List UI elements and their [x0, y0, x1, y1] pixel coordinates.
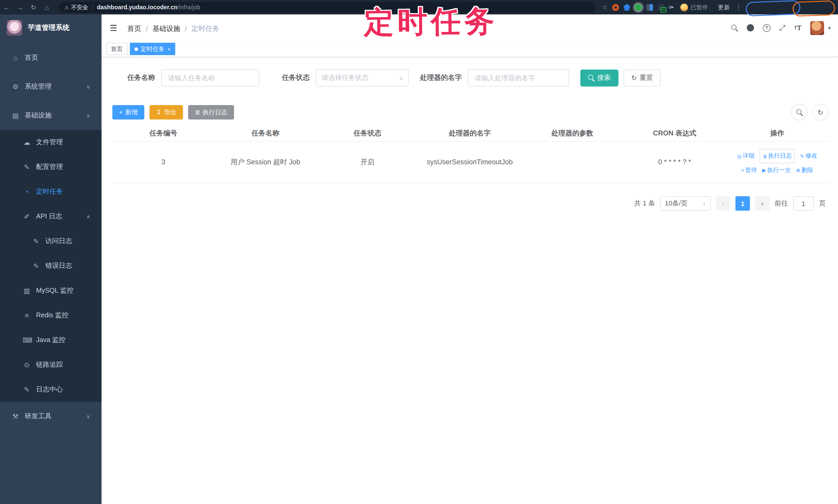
page-size-select[interactable]: 10条/页 ∨ [660, 196, 711, 211]
chevron-down-icon: ∨ [86, 84, 90, 89]
row-exec-log-link[interactable]: ≣执行日志 [760, 149, 795, 163]
search-icon[interactable] [731, 24, 738, 31]
extensions-puzzle-icon[interactable]: ⚩ [669, 4, 674, 11]
browser-forward-icon[interactable]: → [13, 3, 27, 11]
tag-home[interactable]: 首页 [106, 43, 127, 55]
sidebar-logo-row[interactable]: 芋道管理系统 [0, 14, 102, 41]
bookmark-star-icon[interactable]: ☆ [602, 4, 608, 11]
breadcrumb-separator: / [185, 25, 187, 33]
profile-paused-chip[interactable]: 已暂停 [679, 2, 712, 12]
sidebar-item-api-log[interactable]: ✐ API 日志 ∧ [0, 204, 102, 229]
home-icon: ⌂ [11, 54, 20, 61]
help-icon[interactable]: ? [763, 24, 770, 32]
modify-link[interactable]: ✎修改 [800, 151, 817, 161]
search-icon [588, 74, 595, 81]
detail-label: 详细 [743, 151, 754, 161]
sidebar-item-scheduled-job[interactable]: ◔ 定时任务 [0, 179, 102, 204]
extension-icon-orange[interactable] [612, 4, 619, 11]
extension-icon-list[interactable]: on [658, 4, 664, 11]
export-button[interactable]: ↧ 导出 [150, 105, 183, 120]
breadcrumb-infra[interactable]: 基础设施 [153, 24, 180, 34]
sidebar-item-error-log[interactable]: ✎ 错误日志 [0, 253, 102, 278]
sidebar-item-system[interactable]: ⚙ 系统管理 ∨ [0, 72, 102, 101]
table-toolbar: + 新增 ↧ 导出 ≣ 执行日志 ↻ [112, 104, 829, 121]
cell-job-name: 用户 Session 超时 Job [214, 141, 316, 183]
timer-icon: ◔ [23, 188, 31, 196]
extensions-area: ☆ on ⚩ [602, 4, 674, 11]
font-size-small-glyph: T [794, 25, 797, 30]
sidebar-item-dev-tools[interactable]: ⚒ 研发工具 ∨ [0, 402, 102, 431]
add-button[interactable]: + 新增 [112, 105, 144, 120]
handler-name-value: sysUserSessionTimeoutJob [423, 156, 516, 168]
security-warning-icon: ⚠ [65, 4, 69, 10]
job-name-input[interactable] [161, 69, 259, 87]
sidebar-item-label: Java 监控 [36, 335, 66, 345]
run-once-link[interactable]: ▶执行一次 [762, 165, 791, 175]
address-bar[interactable]: ⚠ 不安全 dashboard.yudao.iocoder.cn /infra/… [59, 2, 596, 13]
layers-icon: ≡ [23, 311, 31, 319]
toggle-search-button[interactable] [791, 104, 808, 121]
tag-scheduled-job[interactable]: 定时任务 × [130, 43, 175, 55]
edit-icon: ✎ [23, 163, 31, 171]
sidebar-item-file-manage[interactable]: ☁ 文件管理 [0, 130, 102, 155]
sidebar-item-infra[interactable]: ▤ 基础设施 ∧ [0, 101, 102, 130]
exec-log-button[interactable]: ≣ 执行日志 [188, 105, 234, 120]
reset-button[interactable]: ↻ 重置 [624, 69, 661, 86]
col-job-id: 任务编号 [112, 126, 214, 141]
security-label[interactable]: 不安全 [71, 3, 88, 11]
tools-icon: ⚒ [11, 412, 20, 420]
sidebar-item-java-monitor[interactable]: ⌨ Java 监控 [0, 328, 102, 352]
browser-menu-icon[interactable]: ⋮ [735, 4, 741, 11]
browser-update-button[interactable]: 更新 [718, 3, 730, 11]
trash-icon: ⊗ [796, 166, 800, 175]
total-count: 共 1 条 [634, 199, 655, 208]
search-button[interactable]: 搜索 [580, 69, 618, 86]
delete-link[interactable]: ⊗删除 [796, 165, 813, 175]
log-icon: ✎ [32, 237, 40, 245]
prev-page-button[interactable]: ‹ [716, 196, 730, 211]
page-1-button[interactable]: 1 [735, 196, 750, 211]
sidebar-item-log-center[interactable]: ✎ 日志中心 [0, 377, 102, 402]
goto-page-input[interactable] [793, 196, 814, 211]
browser-home-icon[interactable]: ⌂ [40, 3, 54, 11]
refresh-button[interactable]: ↻ [812, 104, 829, 121]
detail-link[interactable]: ◎详细 [737, 151, 754, 161]
pause-link[interactable]: ×暂停 [741, 165, 757, 175]
job-status-select[interactable]: 请选择任务状态 ∨ [316, 69, 409, 87]
extension-on-badge: on [661, 7, 666, 12]
sidebar-item-label: 访问日志 [45, 236, 72, 246]
fullscreen-icon[interactable]: ⤢ [779, 23, 785, 33]
sidebar-item-label: Redis 监控 [36, 311, 69, 320]
browser-back-icon[interactable]: ← [0, 3, 13, 11]
url-path: /infra/job [177, 4, 200, 10]
avatar-caret-icon[interactable]: ▾ [828, 25, 831, 31]
breadcrumb-home[interactable]: 首页 [127, 24, 141, 34]
sidebar-item-redis-monitor[interactable]: ≡ Redis 监控 [0, 303, 102, 328]
run-once-label: 执行一次 [767, 165, 791, 175]
handler-name-input[interactable] [468, 69, 569, 87]
close-icon[interactable]: × [168, 46, 171, 52]
github-icon[interactable] [747, 24, 754, 32]
extension-icon-green[interactable] [635, 4, 642, 11]
next-page-button[interactable]: › [755, 196, 769, 211]
sidebar-item-label: 配置管理 [36, 162, 63, 172]
font-size-icon[interactable]: TT [794, 24, 801, 32]
tag-label: 定时任务 [141, 45, 164, 53]
extension-icon-grid[interactable] [646, 4, 653, 11]
exec-log-label: 执行日志 [768, 151, 792, 161]
job-status-placeholder: 请选择任务状态 [321, 73, 368, 83]
browser-reload-icon[interactable]: ↻ [27, 3, 40, 11]
search-icon [796, 109, 803, 115]
sidebar-item-mysql-monitor[interactable]: ▥ MySQL 监控 [0, 278, 102, 303]
sidebar-item-access-log[interactable]: ✎ 访问日志 [0, 229, 102, 253]
hamburger-icon[interactable]: ☰ [110, 23, 117, 33]
sidebar-item-label: 错误日志 [45, 261, 72, 270]
chevron-up-icon: ∧ [86, 112, 90, 118]
sidebar-item-home[interactable]: ⌂ 首页 [0, 43, 102, 72]
sidebar-item-config-manage[interactable]: ✎ 配置管理 [0, 155, 102, 179]
log-icon: ✎ [23, 385, 31, 393]
user-avatar[interactable] [810, 21, 824, 35]
extension-icon-blue[interactable] [624, 4, 630, 11]
sidebar-item-label: API 日志 [36, 212, 62, 221]
sidebar-item-trace[interactable]: ⊙ 链路追踪 [0, 352, 102, 377]
